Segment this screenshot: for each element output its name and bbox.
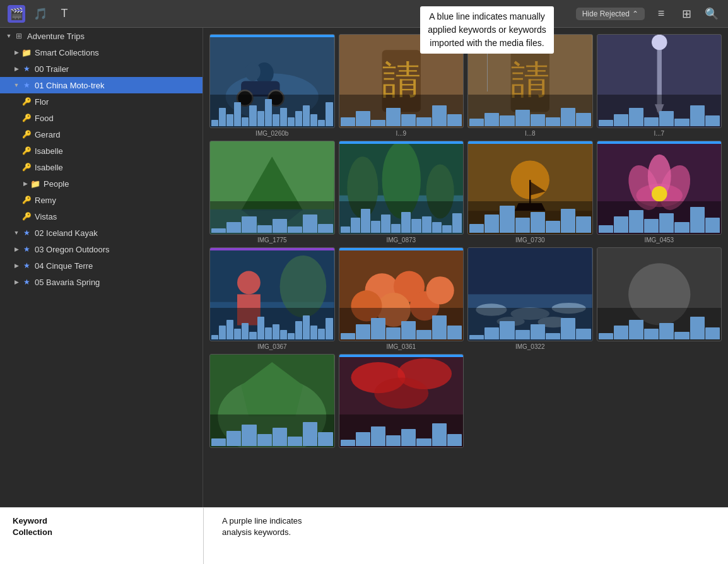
waveform-img0260b [210,95,334,127]
photo-thumb-img0361 [339,247,464,341]
photo-label-i8: I...8 [525,130,536,137]
photo-cell-img0453[interactable]: IMG_0453 [597,141,722,244]
star-icon-bavaria: ★ [21,277,32,287]
keyword-icon-remy: 🔑 [21,195,32,205]
chevron-down-icon-china: ▼ [13,81,20,89]
search-icon[interactable]: 🔍 [703,5,720,23]
svg-point-15 [651,35,667,50]
photo-cell-img0322[interactable]: IMG_0322 [467,247,593,350]
music-icon[interactable]: 🎵 [32,5,49,23]
photo-cell-img0367[interactable]: IMG_0367 [209,247,335,350]
list-view-icon[interactable]: ≡ [652,5,670,23]
sidebar-item-01-china[interactable]: ▼ ★ 01 China Moto-trek [0,77,203,93]
photo-cell-i8[interactable]: 請 I...8 [467,34,593,137]
photo-thumb-i8: 請 [467,34,593,128]
waveform-img0873 [339,201,464,233]
blue-stripe-0730 [468,141,592,144]
chevron-right-icon-cinque: ▶ [13,262,20,269]
hide-rejected-button[interactable]: Hide Rejected ⌃ [576,8,645,20]
star-icon-cinque: ★ [21,261,32,271]
photo-content: IMG_0260b 請 [203,28,728,564]
photo-cell-p14[interactable] [339,354,464,450]
sidebar-00-trailer-label: 00 Trailer [35,64,69,74]
waveform-img0361 [339,308,464,340]
photo-cell-i7[interactable]: I...7 [597,34,722,137]
star-icon-iceland: ★ [21,228,32,238]
photo-cell-p12[interactable] [597,247,722,350]
waveform-img0730 [468,201,592,233]
photo-label-img0367: IMG_0367 [257,343,287,350]
sidebar-item-04-cinque[interactable]: ▶ ★ 04 Cinque Terre [0,257,203,274]
purple-line-annotation: A purple line indicatesanalysis keywords… [216,515,715,538]
chevron-right-icon-bavaria: ▶ [13,278,20,286]
sidebar-item-food[interactable]: 🔑 Food [0,110,203,126]
waveform-p12 [597,308,722,340]
photo-thumb-img1775 [209,141,335,235]
photo-label-i7: I...7 [654,130,664,137]
blue-stripe-0873 [339,141,464,144]
blue-stripe-p14 [339,355,464,357]
photo-thumb-img0367 [209,247,335,341]
photo-thumb-i7 [597,34,722,128]
photo-cell-p13[interactable] [209,354,335,450]
sidebar-item-adventure-trips[interactable]: ▼ ⊞ Adventure Trips [0,28,203,44]
svg-point-48 [426,276,454,304]
sidebar-02-iceland-label: 02 Iceland Kayak [35,228,98,238]
sidebar-item-gerard[interactable]: 🔑 Gerard [0,126,203,143]
sidebar-item-remy[interactable]: 🔑 Remy [0,192,203,208]
sidebar-item-smart-collections[interactable]: ▶ 📁 Smart Collections [0,44,203,61]
sidebar-item-02-iceland[interactable]: ▼ ★ 02 Iceland Kayak [0,225,203,241]
svg-point-37 [651,186,667,202]
photo-cell-img1775[interactable]: IMG_1775 [209,141,335,244]
hide-rejected-label: Hide Rejected [582,9,630,18]
grid-icon: ⊞ [14,31,24,41]
sidebar-item-00-trailer[interactable]: ▶ ★ 00 Trailer [0,61,203,77]
sidebar-item-isabelle[interactable]: 🔑 Isabelle [0,143,203,159]
sidebar-01-china-label: 01 China Moto-trek [35,81,105,90]
photo-label-i9: I...9 [396,130,406,137]
toolbar: 🎬 🎵 T Hide Rejected ⌃ ≡ ⊞ 🔍 [0,0,728,28]
keyword-icon-gerard: 🔑 [21,129,32,139]
sidebar-item-people[interactable]: ▶ 📁 People [0,175,203,192]
photo-thumb-p13 [209,354,335,448]
divider-line [203,508,204,564]
sidebar-item-flor[interactable]: 🔑 Flor [0,93,203,110]
toolbar-left: 🎬 🎵 T [8,5,73,23]
photo-label-img1775: IMG_1775 [257,237,287,244]
photo-cell-img0260b[interactable]: IMG_0260b [209,34,335,137]
sidebar-item-03-oregon[interactable]: ▶ ★ 03 Oregon Outdoors [0,241,203,257]
sidebar-item-vistas[interactable]: 🔑 Vistas [0,208,203,225]
blue-stripe-0453 [597,141,722,144]
photo-thumb-img0873 [339,141,464,235]
sidebar-04-cinque-label: 04 Cinque Terre [35,261,93,271]
sidebar-food-label: Food [35,114,54,123]
photo-label-img0453: IMG_0453 [644,237,674,244]
folder-icon: 📁 [21,47,32,57]
photo-label-img0730: IMG_0730 [515,237,545,244]
waveform-bars [210,95,334,127]
sidebar-smart-collections-label: Smart Collections [35,48,99,57]
photo-thumb-img0730 [467,141,593,235]
filmstrip-icon[interactable]: ⊞ [678,5,695,23]
chevron-down-icon: ▼ [5,32,13,40]
photo-label-img0322: IMG_0322 [515,343,545,350]
sidebar-vistas-label: Vistas [35,212,57,221]
photo-cell-img0361[interactable]: IMG_0361 [339,247,464,350]
waveform-i8 [468,95,592,127]
chevron-down-icon-iceland: ▼ [13,229,20,237]
keyword-icon-food: 🔑 [21,113,32,123]
photo-cell-img0873[interactable]: IMG_0873 [339,141,464,244]
photo-thumb-i9: 請 [339,34,464,128]
sidebar-item-motoring[interactable]: 🔑 Isabelle [0,159,203,175]
photo-cell-img0730[interactable]: IMG_0730 [467,141,593,244]
libraries-icon[interactable]: 🎬 [8,5,25,23]
chevron-right-icon-trailer: ▶ [13,65,20,73]
photo-cell-i9[interactable]: 請 I...9 [339,34,464,137]
sidebar-isabelle-label: Isabelle [35,146,63,156]
star-icon-china: ★ [21,80,32,90]
sidebar-gerard-label: Gerard [35,130,60,139]
titles-icon[interactable]: T [56,5,73,23]
waveform-img1775 [210,201,334,233]
sidebar-item-05-bavaria[interactable]: ▶ ★ 05 Bavaria Spring [0,274,203,290]
sidebar: ▼ ⊞ Adventure Trips ▶ 📁 Smart Collection… [0,28,203,564]
